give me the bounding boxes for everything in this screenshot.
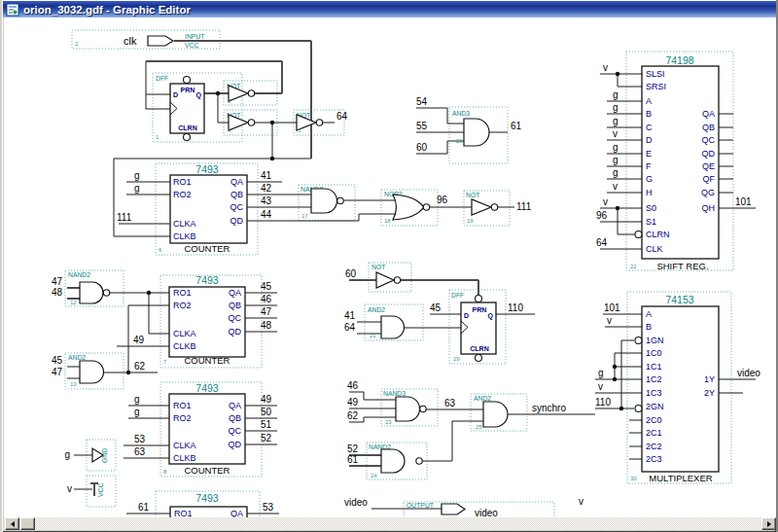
net-label[interactable]: g [613,116,619,126]
counter-7493-1[interactable]: g g 111 7493 RO1 RO2 CLKA CLKB QA QB QC … [117,163,272,254]
not-gate-mid[interactable]: 60 NOT [345,264,401,288]
dff-29[interactable]: 45 DFF PRN D Q CLRN 29 110 [430,292,523,362]
net-label[interactable]: v [613,128,618,139]
output-pin-video[interactable]: video OUTPUT video [344,497,498,517]
net-label[interactable]: 52 [347,443,359,454]
net-label[interactable]: 61 [511,121,522,131]
net-label[interactable]: 55 [416,121,428,131]
net-label[interactable]: 60 [345,268,357,279]
nand2-body[interactable] [381,449,405,473]
net-label[interactable]: 61 [347,454,359,465]
net-label[interactable]: v [607,315,612,326]
net-label[interactable]: synchro [532,403,566,413]
net-label[interactable]: v [603,62,608,73]
vcc-symbol[interactable]: v VCC [67,483,104,497]
net-label[interactable]: 41 [261,170,272,181]
title-bar[interactable]: orion_3032.gdf - Graphic Editor [3,1,778,18]
net-label[interactable]: v [67,483,72,494]
net-label[interactable]: g [598,368,604,378]
net-label[interactable]: 44 [261,209,272,220]
net-label[interactable]: v [603,196,608,207]
net-label[interactable]: 48 [261,320,272,331]
net-label[interactable]: 110 [508,302,523,313]
and2-body[interactable] [80,361,104,383]
net-label[interactable]: g [134,394,140,405]
net-label[interactable]: 53 [263,502,274,513]
scrollbar-thumb[interactable] [20,517,35,530]
net-label[interactable]: clk [124,35,137,47]
net-label[interactable]: 53 [134,434,146,444]
net-label[interactable]: 96 [596,210,608,221]
net-label[interactable]: video [737,368,760,378]
net-label[interactable]: 64 [344,322,356,333]
and3-gate[interactable]: 54 55 60 AND3 20 61 [416,96,522,153]
nor2-body[interactable] [393,195,424,220]
scroll-right-button[interactable] [761,517,776,530]
net-label[interactable]: g [64,449,70,460]
net-label[interactable]: 110 [595,397,611,408]
and2-body[interactable] [381,316,405,338]
net-label[interactable]: 46 [261,294,272,304]
output-pin-symbol[interactable] [442,504,465,514]
net-label[interactable]: 63 [134,446,146,457]
net-label[interactable]: 46 [347,380,359,391]
net-label[interactable]: g [613,155,619,165]
and2-body[interactable] [483,402,508,427]
net-label[interactable]: g [134,183,140,194]
net-label[interactable]: 47 [261,306,272,317]
net-label[interactable]: 42 [261,183,272,194]
and2-gate-25[interactable]: AND2 25 synchro [474,395,566,430]
nand2-body[interactable] [311,189,337,213]
net-label[interactable]: g [134,407,140,417]
net-label[interactable]: 61 [138,502,150,513]
net-label[interactable]: g [613,142,619,153]
net-label[interactable]: 64 [596,237,608,248]
net-label[interactable]: 43 [261,195,272,206]
nand3-body[interactable] [396,397,420,421]
net-label[interactable]: 52 [261,433,272,443]
not-gate-4[interactable]: NOT 4 [227,112,255,133]
input-pin-symbol[interactable] [148,36,173,46]
net-label[interactable]: 111 [516,201,532,212]
nand2-gate-24[interactable]: 52 61 NAND2 24 [347,443,422,479]
net-label[interactable]: 54 [416,96,428,107]
net-label[interactable]: 45 [261,281,272,292]
net-label[interactable]: 50 [261,407,272,417]
net-label[interactable]: video [344,497,368,508]
pin-name[interactable]: video [475,508,498,517]
dff-1[interactable]: DFF PRN D Q CLRN 1 [156,75,204,141]
net-label[interactable]: 63 [444,398,456,408]
and2-gate-13[interactable]: 45 47 AND2 13 [52,354,104,387]
schematic[interactable]: 2 clk INPUT VCC DFF PRN D Q CLRN 1 [4,18,777,517]
net-label[interactable]: 49 [133,335,145,345]
and3-body[interactable] [464,119,489,146]
net-label[interactable]: 51 [261,419,272,430]
net-label[interactable]: 62 [347,410,359,421]
not-gate-5[interactable]: NOT 5 64 [297,111,348,133]
scroll-left-button[interactable] [5,517,19,530]
net-label[interactable]: 47 [52,276,63,287]
net-label[interactable]: 45 [52,355,63,366]
net-label[interactable]: g [134,170,140,181]
net-label[interactable]: 47 [52,367,63,377]
nand2-body[interactable] [80,282,103,303]
net-label[interactable]: g [613,167,619,178]
net-label[interactable]: v [598,381,603,392]
net-label[interactable]: 111 [117,212,132,223]
schematic-canvas[interactable]: 2 clk INPUT VCC DFF PRN D Q CLRN 1 [4,18,777,517]
net-label[interactable]: 49 [347,397,359,408]
net-label[interactable]: 101 [604,302,620,313]
net-label[interactable]: 49 [261,394,272,405]
net-label[interactable]: 62 [134,361,146,372]
not-triangle[interactable] [472,199,491,215]
net-label[interactable]: 64 [336,111,348,122]
not-triangle[interactable] [376,272,394,288]
counter-7493-2[interactable]: 7493 RO1 RO2 CLKA CLKB QA QB QC QD 45 46… [163,274,272,366]
net-label[interactable]: 45 [430,302,442,313]
nand2-gate-12[interactable]: 47 48 NAND2 12 [52,271,110,305]
counter-7493-3[interactable]: 7493 g g 53 63 RO1 RO2 CLKA CLKB QA QB Q… [134,382,272,476]
net-label[interactable]: 60 [416,142,428,153]
net-label[interactable]: 96 [437,195,448,205]
net-label[interactable]: v [613,181,618,192]
nand2-gate-17[interactable]: NAND2 17 [301,186,343,219]
